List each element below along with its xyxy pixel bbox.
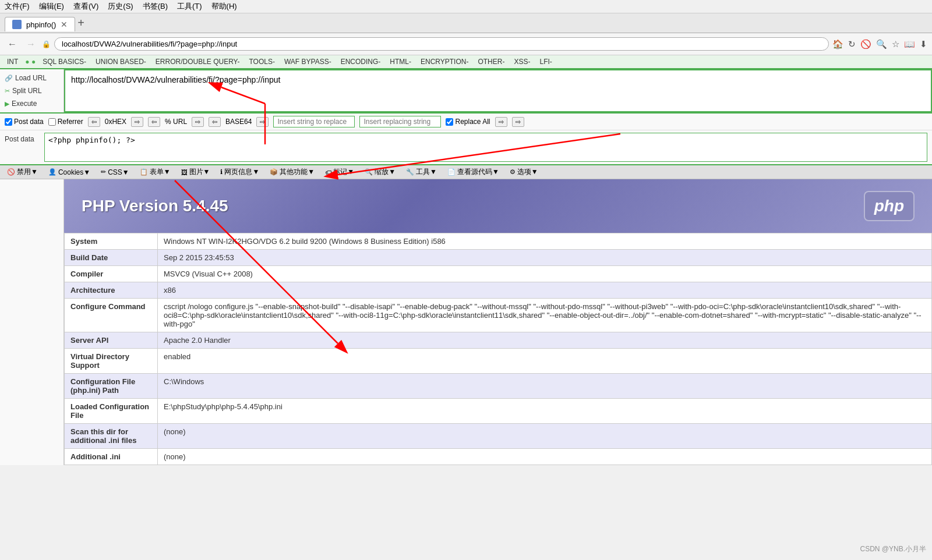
firebug-disable[interactable]: 🚫 禁用▼	[5, 166, 40, 178]
row-value-loaded-config: E:\phpStudy\php\php-5.4.45\php.ini	[158, 399, 932, 424]
firebug-bar: 🚫 禁用▼ 👤 Cookies▼ ✏ CSS▼ 📋 表单▼ 🖼 图片▼ ℹ 网页…	[0, 165, 932, 179]
sqlmap-bar: INT ● ● SQL BASICS- UNION BASED- ERROR/D…	[0, 55, 932, 69]
hex-encode-right[interactable]: ⇨	[131, 117, 143, 127]
cookies-icon: 👤	[48, 168, 57, 176]
base64-decode-left[interactable]: ⇦	[209, 117, 221, 127]
replace-left-arrow[interactable]: ⇨	[495, 117, 507, 127]
firebug-marks[interactable]: 🏷 标记▼	[323, 166, 356, 178]
url-encode-right[interactable]: ⇨	[192, 117, 204, 127]
table-row: Virtual Directory Support enabled	[65, 349, 932, 374]
star-icon[interactable]: ☆	[892, 39, 899, 49]
firebug-form[interactable]: 📋 表单▼	[137, 166, 173, 178]
referrer-checkbox[interactable]	[48, 118, 56, 126]
sqlmap-int[interactable]: INT	[5, 56, 20, 67]
execute-button[interactable]: ▶ Execute	[0, 97, 63, 110]
load-url-button[interactable]: 🔗 Load URL	[0, 72, 63, 84]
firebug-tools[interactable]: 🔧 工具▼	[404, 166, 439, 178]
home-icon[interactable]: 🏠	[832, 39, 843, 49]
options-row: Post data Referrer ⇦ 0xHEX ⇨ ⇦ % URL ⇨ ⇦…	[0, 114, 932, 130]
firebug-cookies[interactable]: 👤 Cookies▼	[46, 168, 93, 177]
css-icon: ✏	[101, 168, 106, 176]
firebug-page-info[interactable]: ℹ 网页信息▼	[218, 166, 262, 178]
post-data-checkbox[interactable]	[5, 118, 12, 126]
options-icon: ⚙	[510, 168, 516, 176]
tab-bar: phpinfo() ✕ +	[0, 13, 932, 33]
search-icon[interactable]: 🔍	[876, 39, 887, 49]
left-panel: 🔗 Load URL ✂ Split URL ▶ Execute	[0, 69, 64, 112]
sqlmap-dots: ● ●	[25, 58, 36, 66]
table-row: Configure Command cscript /nologo config…	[65, 299, 932, 332]
browser-tab[interactable]: phpinfo() ✕	[5, 17, 75, 31]
tools-label: 工具▼	[416, 167, 437, 177]
menu-view[interactable]: 查看(V)	[73, 1, 98, 12]
address-input[interactable]	[54, 37, 829, 51]
menu-bookmarks[interactable]: 书签(B)	[143, 1, 168, 12]
reload-icon[interactable]: ↻	[848, 39, 856, 49]
split-url-button[interactable]: ✂ Split URL	[0, 84, 63, 97]
replace-all-label[interactable]: Replace All	[446, 118, 490, 126]
sqlmap-lfi[interactable]: LFI-	[537, 56, 554, 67]
sqlmap-error-double[interactable]: ERROR/DOUBLE QUERY-	[153, 56, 242, 67]
tab-close-button[interactable]: ✕	[61, 20, 68, 29]
split-url-icon: ✂	[5, 87, 10, 95]
download-icon[interactable]: ⬇	[920, 39, 927, 49]
options-label: 选项▼	[517, 167, 538, 177]
sqlmap-html[interactable]: HTML-	[387, 56, 414, 67]
table-row: Architecture x86	[65, 282, 932, 299]
replace-all-checkbox[interactable]	[446, 118, 453, 126]
post-data-area: Post data <?php phpinfo(); ?>	[0, 130, 932, 165]
menu-help[interactable]: 帮助(H)	[211, 1, 237, 12]
percent-label: % URL	[165, 118, 187, 126]
sqlmap-union-based[interactable]: UNION BASED-	[93, 56, 149, 67]
load-url-icon: 🔗	[5, 75, 13, 82]
menu-history[interactable]: 历史(S)	[108, 1, 133, 12]
new-tab-button[interactable]: +	[77, 16, 84, 30]
hex-decode-left[interactable]: ⇦	[88, 117, 100, 127]
insert-string-input[interactable]	[273, 116, 355, 127]
forward-button[interactable]: →	[23, 38, 38, 51]
firebug-css[interactable]: ✏ CSS▼	[98, 168, 132, 177]
firebug-images[interactable]: 🖼 图片▼	[179, 166, 213, 178]
bookmark-icon[interactable]: 📖	[904, 39, 915, 49]
firebug-options[interactable]: ⚙ 选项▼	[507, 166, 541, 178]
row-value-configure: cscript /nologo configure.js "--enable-s…	[158, 299, 932, 332]
base64-label: BASE64	[225, 118, 252, 126]
back-button[interactable]: ←	[5, 38, 20, 51]
sqlmap-encryption[interactable]: ENCRYPTION-	[418, 56, 471, 67]
css-label: CSS▼	[108, 168, 129, 176]
post-data-checkbox-label[interactable]: Post data	[5, 118, 44, 126]
view-source-label: 查看源代码▼	[457, 167, 499, 177]
sqlmap-tools[interactable]: TOOLS-	[247, 56, 277, 67]
row-label-scan-dir: Scan this dir for additional .ini files	[65, 424, 158, 449]
menu-edit[interactable]: 编辑(E)	[39, 1, 64, 12]
sqlmap-sql-basics[interactable]: SQL BASICS-	[40, 56, 89, 67]
url-display: http://localhost/DVWA2/vulnerabilities/f…	[71, 75, 280, 84]
table-row: Compiler MSVC9 (Visual C++ 2008)	[65, 266, 932, 282]
url-decode-left[interactable]: ⇦	[148, 117, 160, 127]
menu-file[interactable]: 文件(F)	[5, 1, 30, 12]
tools-icon: 🔧	[406, 168, 414, 176]
sqlmap-xss[interactable]: XSS-	[511, 56, 532, 67]
form-icon: 📋	[140, 168, 148, 176]
page-info-label: 网页信息▼	[224, 167, 259, 177]
insert-replacing-input[interactable]	[359, 116, 441, 127]
table-row: Configuration File (php.ini) Path C:\Win…	[65, 374, 932, 399]
referrer-checkbox-label[interactable]: Referrer	[48, 118, 83, 126]
base64-encode-right[interactable]: ⇨	[256, 117, 269, 127]
replace-right-arrow[interactable]: ⇨	[512, 117, 524, 127]
stop-icon[interactable]: 🚫	[860, 39, 871, 49]
row-value-scan-dir: (none)	[158, 424, 932, 449]
post-data-input[interactable]: <?php phpinfo(); ?>	[44, 133, 927, 162]
post-data-section-label: Post data	[5, 133, 40, 162]
row-value-server-api: Apache 2.0 Handler	[158, 332, 932, 349]
row-label-build-date: Build Date	[65, 250, 158, 266]
firebug-view-source[interactable]: 📄 查看源代码▼	[445, 166, 502, 178]
php-logo: php	[864, 191, 915, 221]
firebug-zoom[interactable]: 🔍 缩放▼	[362, 166, 398, 178]
sqlmap-waf-bypass[interactable]: WAF BYPASS-	[282, 56, 334, 67]
menu-tools[interactable]: 工具(T)	[177, 1, 202, 12]
sqlmap-other[interactable]: OTHER-	[475, 56, 507, 67]
firebug-other[interactable]: 📦 其他功能▼	[267, 166, 317, 178]
load-url-label: Load URL	[15, 74, 47, 82]
sqlmap-encoding[interactable]: ENCODING-	[338, 56, 383, 67]
